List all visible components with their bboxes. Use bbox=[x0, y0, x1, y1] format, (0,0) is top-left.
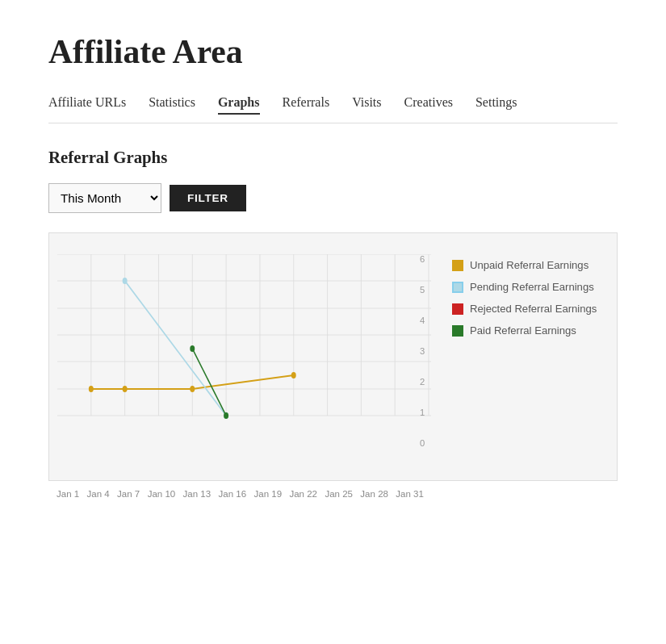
y-axis: 0 1 2 3 4 5 6 bbox=[417, 254, 439, 448]
legend-unpaid-label: Unpaid Referral Earnings bbox=[470, 259, 589, 271]
nav-statistics[interactable]: Statistics bbox=[149, 95, 195, 115]
legend-rejected-label: Rejected Referral Earnings bbox=[470, 303, 597, 315]
legend-paid-label: Paid Referral Earnings bbox=[470, 324, 576, 337]
section-title: Referral Graphs bbox=[48, 148, 618, 167]
nav-bar: Affiliate URLs Statistics Graphs Referra… bbox=[48, 95, 618, 123]
chart-svg bbox=[57, 254, 431, 448]
paid-line bbox=[192, 349, 226, 416]
unpaid-point bbox=[291, 372, 296, 378]
legend-unpaid: Unpaid Referral Earnings bbox=[452, 259, 604, 271]
filter-button[interactable]: FILTER bbox=[170, 185, 246, 211]
unpaid-point bbox=[89, 386, 94, 392]
chart-container: 0 1 2 3 4 5 6 Unpaid Referral Earnings P… bbox=[48, 232, 618, 481]
nav-referrals[interactable]: Referrals bbox=[283, 95, 330, 115]
paid-point bbox=[224, 412, 228, 419]
legend-paid: Paid Referral Earnings bbox=[452, 324, 604, 337]
legend-pending-label: Pending Referral Earnings bbox=[470, 281, 594, 293]
paid-point bbox=[190, 345, 195, 352]
legend-rejected: Rejected Referral Earnings bbox=[452, 303, 604, 315]
chart-legend: Unpaid Referral Earnings Pending Referra… bbox=[439, 246, 617, 480]
chart-area: 0 1 2 3 4 5 6 bbox=[49, 246, 439, 480]
nav-creatives[interactable]: Creatives bbox=[404, 95, 453, 115]
period-select[interactable]: This Month Last Month This Year All Time bbox=[48, 183, 161, 213]
nav-affiliate-urls[interactable]: Affiliate URLs bbox=[48, 95, 126, 115]
legend-pending-color bbox=[452, 282, 463, 293]
pending-line bbox=[125, 281, 226, 416]
x-axis-labels: Jan 1 Jan 4 Jan 7 Jan 10 Jan 13 Jan 16 J… bbox=[48, 484, 618, 499]
nav-settings[interactable]: Settings bbox=[475, 95, 517, 115]
nav-graphs[interactable]: Graphs bbox=[218, 95, 260, 115]
unpaid-point bbox=[190, 386, 195, 392]
legend-rejected-color bbox=[452, 303, 463, 315]
legend-pending: Pending Referral Earnings bbox=[452, 281, 604, 293]
pending-point bbox=[123, 278, 128, 284]
nav-visits[interactable]: Visits bbox=[352, 95, 381, 115]
page-title: Affiliate Area bbox=[48, 32, 618, 71]
legend-paid-color bbox=[452, 325, 463, 337]
legend-unpaid-color bbox=[452, 260, 463, 271]
filter-row: This Month Last Month This Year All Time… bbox=[48, 183, 618, 213]
unpaid-point bbox=[123, 386, 128, 392]
